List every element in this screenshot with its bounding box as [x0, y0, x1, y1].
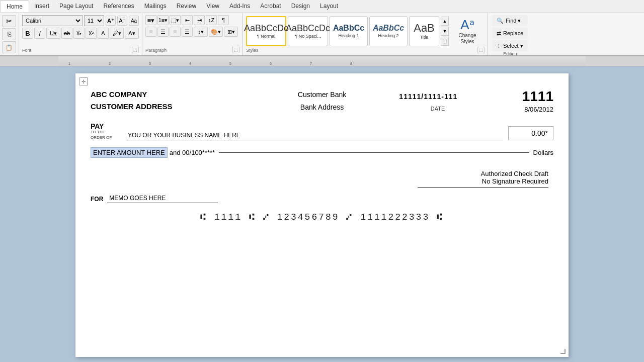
menu-item-acrobat[interactable]: Acrobat	[255, 1, 286, 12]
move-handle[interactable]: ✛	[79, 77, 88, 85]
increase-indent-btn[interactable]: ⇥	[194, 15, 205, 25]
sig-line2: No Signature Required	[482, 177, 548, 185]
font-name-select[interactable]: Calibri	[22, 15, 83, 26]
strikethrough-btn[interactable]: ab	[61, 28, 72, 39]
menu-item-view[interactable]: View	[201, 1, 224, 12]
texteffects-btn[interactable]: A	[98, 28, 109, 39]
menu-item-addins[interactable]: Add-Ins	[224, 1, 255, 12]
align-center-btn[interactable]: ☰	[157, 27, 169, 37]
highlight-btn[interactable]: 🖊▾	[110, 28, 124, 39]
select-label: Select ▾	[503, 43, 523, 49]
amount-box: 0.00*	[508, 126, 553, 140]
select-icon: ⊹	[497, 43, 501, 49]
style-normal-btn[interactable]: AaBbCcDc ¶ Normal	[246, 16, 286, 46]
menu-item-layout[interactable]: Layout	[315, 1, 343, 12]
paragraph-group: ≡▾ 1≡▾ ⬚▾ ⇤ ⇥ ↕Z ¶ ≡ ☰ ≡ ☰ ↕▾ 🎨▾ ⊞▾ Para…	[142, 13, 243, 55]
style-h2-label: Heading 2	[378, 33, 398, 38]
find-label: Find ▾	[506, 18, 521, 24]
amount-words-highlight[interactable]: ENTER AMOUNT HERE	[91, 147, 168, 158]
clipboard-cut-btn[interactable]: ✂	[2, 15, 16, 27]
check-number: 1111	[522, 88, 553, 105]
fontcolor-btn[interactable]: A▾	[125, 28, 139, 39]
style-h1-btn[interactable]: AaBbCc Heading 1	[330, 16, 368, 46]
amount-words-row: ENTER AMOUNT HERE and 00/100***** Dollar…	[91, 147, 553, 158]
styles-scroll-up-btn[interactable]: ▲	[441, 17, 449, 26]
linespace-btn[interactable]: ↕▾	[194, 27, 208, 37]
bank-info: Customer Bank Bank Address	[245, 88, 399, 114]
sig-line1: Authorized Check Draft	[481, 170, 548, 177]
styles-group-label: Styles ⬚	[246, 47, 485, 53]
menu-item-design[interactable]: Design	[286, 1, 315, 12]
memo-line: MEMO GOES HERE	[107, 195, 218, 203]
select-btn[interactable]: ⊹ Select ▾	[492, 40, 528, 51]
italic-btn[interactable]: I	[34, 28, 45, 39]
align-left-btn[interactable]: ≡	[145, 27, 156, 37]
style-h1-sample: AaBbCc	[333, 24, 364, 32]
borders-btn[interactable]: ⊞▾	[224, 27, 238, 37]
ruler: 1 2 3 4 5 6 7 8	[0, 56, 644, 66]
decrease-indent-btn[interactable]: ⇤	[182, 15, 193, 25]
bank-name: Customer Bank	[245, 88, 399, 101]
font-group-label: Font ⬚	[22, 47, 139, 53]
style-nospace-sample: AaBbCcDc	[286, 24, 330, 33]
clear-format-btn[interactable]: Aa	[129, 16, 139, 26]
quick-access-toolbar: ✂ ⎘ 📋	[0, 13, 19, 55]
sort-btn[interactable]: ↕Z	[206, 15, 217, 25]
style-normal-label: ¶ Normal	[257, 34, 275, 39]
change-styles-label: Change Styles	[453, 33, 482, 45]
show-marks-btn[interactable]: ¶	[218, 15, 229, 25]
style-title-btn[interactable]: AaB Title	[409, 16, 439, 46]
numbering-btn[interactable]: 1≡▾	[157, 15, 169, 25]
font-size-select[interactable]: 11	[84, 15, 104, 26]
date-label: DATE	[399, 106, 476, 113]
pay-sub-label: TO THE ORDER OF	[91, 130, 112, 140]
bullets-btn[interactable]: ≡▾	[145, 15, 156, 25]
styles-scroll-down-btn[interactable]: ▼	[441, 27, 449, 36]
shading-btn[interactable]: 🎨▾	[209, 27, 223, 37]
find-btn[interactable]: 🔍 Find ▾	[492, 15, 528, 26]
for-area: FOR MEMO GOES HERE	[91, 195, 218, 203]
bold-btn[interactable]: B	[22, 28, 33, 39]
sig-underline	[418, 187, 548, 188]
multilevel-btn[interactable]: ⬚▾	[170, 15, 181, 25]
menu-item-pagelayout[interactable]: Page Layout	[54, 1, 98, 12]
payee-line: YOU OR YOUR BUSINESS NAME HERE	[126, 132, 503, 140]
clipboard-copy-btn[interactable]: ⎘	[2, 28, 16, 40]
corner-resize-handle[interactable]	[560, 349, 566, 354]
change-styles-btn[interactable]: Aᵃ Change Styles	[450, 16, 485, 46]
underline-btn[interactable]: U▾	[46, 28, 60, 39]
font-shrink-btn[interactable]: A⁻	[117, 16, 127, 26]
styles-more-btn[interactable]: ⬚	[441, 37, 449, 46]
replace-icon: ⇄	[497, 30, 501, 37]
for-label: FOR	[91, 196, 103, 203]
menu-home[interactable]: Home Insert Page Layout References Maili…	[0, 0, 343, 13]
menu-item-home[interactable]: Home	[0, 1, 29, 12]
font-grow-btn[interactable]: A⁺	[106, 16, 116, 26]
align-right-btn[interactable]: ≡	[170, 27, 181, 37]
pay-main-label: PAY	[91, 123, 104, 130]
replace-btn[interactable]: ⇄ Replace	[492, 28, 528, 39]
style-h2-btn[interactable]: AaBbCc Heading 2	[369, 16, 408, 46]
subscript-btn[interactable]: X₂	[73, 28, 85, 39]
superscript-btn[interactable]: X²	[86, 28, 97, 39]
menu-item-mailings[interactable]: Mailings	[139, 1, 172, 12]
paragraph-dialog-btn[interactable]: ⬚	[232, 47, 239, 53]
menu-item-insert[interactable]: Insert	[29, 1, 54, 12]
check-bottom-row: FOR MEMO GOES HERE	[91, 195, 553, 203]
editing-group-label: Editing	[492, 51, 528, 56]
paragraph-group-label: Paragraph ⬚	[145, 47, 239, 53]
check-document: ✛ ABC COMPANY CUSTOMER ADDRESS Customer …	[75, 73, 569, 357]
justify-btn[interactable]: ☰	[182, 27, 193, 37]
style-title-sample: AaB	[414, 23, 435, 34]
clipboard-paste-btn[interactable]: 📋	[2, 41, 16, 53]
menu-item-references[interactable]: References	[98, 1, 139, 12]
sig-area: Authorized Check Draft No Signature Requ…	[91, 170, 553, 188]
styles-dialog-btn[interactable]: ⬚	[477, 47, 485, 53]
font-dialog-btn[interactable]: ⬚	[132, 47, 139, 53]
menu-item-review[interactable]: Review	[172, 1, 201, 12]
routing-check-area: 11111/1111-111 1111 DATE 8/06/2012	[399, 88, 553, 113]
company-name: ABC COMPANY	[91, 88, 245, 101]
style-h1-label: Heading 1	[338, 33, 359, 38]
style-nospace-label: ¶ No Spaci...	[295, 34, 320, 39]
style-nospace-btn[interactable]: AaBbCcDc ¶ No Spaci...	[288, 16, 328, 46]
